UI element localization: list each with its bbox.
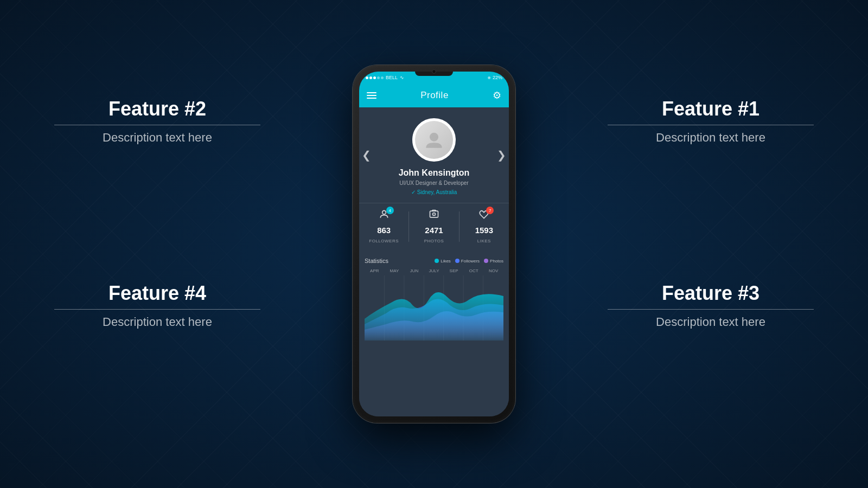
prev-arrow-icon[interactable]: ❮ <box>362 149 371 162</box>
signal-dots <box>366 76 384 79</box>
menu-line-1 <box>367 92 376 93</box>
legend-photos: Photos <box>484 259 503 264</box>
profile-location: ✓ Sidney, Australia <box>367 189 501 195</box>
avatar-placeholder-icon <box>423 129 445 151</box>
feature-4-description: Description text here <box>54 315 260 329</box>
month-oct: OCT <box>464 268 484 273</box>
followers-label: FOLLOWERS <box>369 239 399 243</box>
month-may: MAY <box>385 268 405 273</box>
hamburger-menu-icon[interactable] <box>367 92 376 99</box>
location-check-icon: ✓ <box>411 189 416 195</box>
chart-month-labels: APR MAY JUN JULY SEP OCT NOV <box>365 268 503 273</box>
feature-1-title: Feature #1 <box>608 98 814 120</box>
likes-icon: 7 <box>478 209 489 222</box>
likes-badge: 7 <box>486 207 494 214</box>
legend-photos-label: Photos <box>490 259 503 264</box>
profile-name: John Kensington <box>367 168 501 178</box>
screen-body: ❮ John <box>359 107 509 416</box>
chart-section: Statistics Likes Followers <box>359 252 509 416</box>
stat-followers[interactable]: 4 863 FOLLOWERS <box>359 209 409 245</box>
chart-header: Statistics Likes Followers <box>365 258 503 264</box>
wifi-icon: ∿ <box>400 75 404 80</box>
menu-line-2 <box>367 95 376 96</box>
month-jun: JUN <box>404 268 424 273</box>
signal-dot-5 <box>381 76 384 79</box>
feature-2-block: Feature #2 Description text here <box>54 98 260 145</box>
status-left: BELL ∿ <box>366 75 404 80</box>
carrier-label: BELL <box>386 75 398 80</box>
month-sep: SEP <box>444 268 464 273</box>
chart-likes-wave <box>365 292 503 341</box>
followers-count: 863 <box>359 226 409 235</box>
menu-line-3 <box>367 98 376 99</box>
month-apr: APR <box>365 268 385 273</box>
bluetooth-icon: ⎈ <box>488 75 490 80</box>
legend-followers: Followers <box>455 259 480 264</box>
phone-camera <box>432 69 436 74</box>
svg-point-1 <box>382 210 386 214</box>
battery-level: 22% <box>493 75 502 80</box>
phone-outer: BELL ∿ ⎈ 22% Profile ⚙ <box>353 65 515 423</box>
photos-label: PHOTOS <box>424 239 444 243</box>
signal-dot-4 <box>377 76 380 79</box>
chart-legend: Likes Followers Photos <box>435 259 503 264</box>
legend-likes-label: Likes <box>441 259 451 264</box>
month-july: JULY <box>424 268 444 273</box>
photos-count: 2471 <box>409 226 458 235</box>
status-right: ⎈ 22% <box>488 75 502 80</box>
svg-point-0 <box>430 133 438 142</box>
avatar-container <box>412 118 456 162</box>
feature-4-block: Feature #4 Description text here <box>54 282 260 329</box>
chart-title: Statistics <box>365 258 388 264</box>
followers-badge: 4 <box>386 207 394 214</box>
feature-2-title: Feature #2 <box>54 98 260 120</box>
svg-rect-2 <box>430 211 438 217</box>
feature-2-description: Description text here <box>54 131 260 145</box>
month-nov: NOV <box>483 268 503 273</box>
feature-1-block: Feature #1 Description text here <box>608 98 814 145</box>
stats-section: 4 863 FOLLOWERS <box>359 203 509 252</box>
settings-icon[interactable]: ⚙ <box>493 89 501 101</box>
feature-3-title: Feature #3 <box>608 282 814 305</box>
avatar-placeholder <box>415 121 453 159</box>
feature-3-description: Description text here <box>608 315 814 329</box>
feature-4-title: Feature #4 <box>54 282 260 305</box>
chart-area <box>365 275 503 341</box>
followers-icon: 4 <box>379 209 390 222</box>
feature-3-block: Feature #3 Description text here <box>608 282 814 329</box>
feature-4-divider <box>54 309 260 310</box>
svg-point-3 <box>432 213 435 216</box>
profile-nav-section: ❮ John <box>359 107 509 203</box>
feature-1-divider <box>608 125 814 125</box>
chart-svg <box>365 275 503 341</box>
top-nav-bar: Profile ⚙ <box>359 84 509 107</box>
photos-icon <box>429 209 439 222</box>
signal-dot-3 <box>373 76 376 79</box>
stat-likes[interactable]: 7 1593 LIKES <box>459 209 509 245</box>
legend-photos-dot <box>484 259 488 263</box>
profile-job-title: UI/UX Designer & Developer <box>367 180 501 186</box>
phone-screen: BELL ∿ ⎈ 22% Profile ⚙ <box>359 72 509 416</box>
feature-2-divider <box>54 125 260 125</box>
stat-photos[interactable]: 2471 PHOTOS <box>409 209 458 245</box>
legend-followers-label: Followers <box>461 259 480 264</box>
screen-title: Profile <box>420 90 449 101</box>
phone-mockup: BELL ∿ ⎈ 22% Profile ⚙ <box>353 65 515 423</box>
signal-dot-1 <box>366 76 368 79</box>
likes-count: 1593 <box>459 226 509 235</box>
next-arrow-icon[interactable]: ❯ <box>497 149 506 162</box>
feature-3-divider <box>608 309 814 310</box>
profile-location-text: Sidney, Australia <box>417 189 457 195</box>
legend-likes: Likes <box>435 259 451 264</box>
avatar <box>412 118 456 162</box>
likes-label: LIKES <box>477 239 491 243</box>
feature-1-description: Description text here <box>608 131 814 145</box>
signal-dot-2 <box>369 76 372 79</box>
profile-section: John Kensington UI/UX Designer & Develop… <box>359 107 509 203</box>
legend-followers-dot <box>455 259 459 263</box>
legend-likes-dot <box>435 259 439 263</box>
